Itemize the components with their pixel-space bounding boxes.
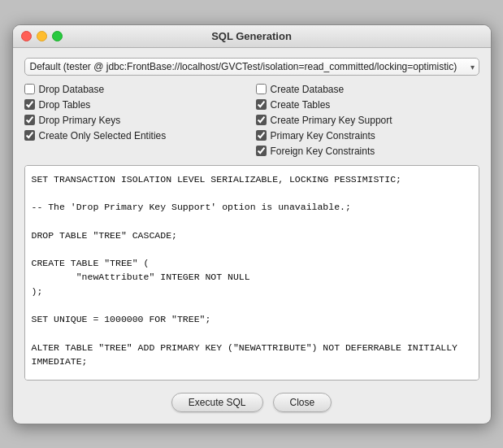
create-tables-label: Create Tables	[271, 99, 331, 111]
drop-database-label: Drop Database	[39, 84, 105, 95]
primary-key-constraints-checkbox[interactable]	[256, 130, 267, 141]
close-window-button[interactable]	[21, 31, 32, 41]
drop-database-row: Drop Database	[24, 84, 248, 95]
button-row: Execute SQL Close	[24, 393, 479, 412]
window-content: Default (tester @ jdbc:FrontBase://local…	[13, 48, 491, 424]
execute-sql-button[interactable]: Execute SQL	[171, 393, 263, 412]
drop-tables-row: Drop Tables	[24, 99, 248, 111]
drop-database-checkbox[interactable]	[24, 84, 35, 94]
options-grid: Drop Database Drop Tables Drop Primary K…	[24, 84, 479, 157]
right-options-column: Create Database Create Tables Create Pri…	[256, 84, 479, 157]
foreign-key-constraints-row: Foreign Key Constraints	[256, 146, 479, 157]
drop-primary-keys-row: Drop Primary Keys	[24, 115, 248, 126]
drop-primary-keys-checkbox[interactable]	[24, 115, 35, 125]
drop-tables-checkbox[interactable]	[24, 99, 35, 110]
drop-primary-keys-label: Drop Primary Keys	[39, 115, 121, 126]
create-only-selected-checkbox[interactable]	[24, 130, 35, 141]
create-primary-key-support-row: Create Primary Key Support	[256, 115, 479, 126]
create-primary-key-support-label: Create Primary Key Support	[271, 115, 392, 126]
close-button[interactable]: Close	[273, 393, 332, 412]
create-database-row: Create Database	[256, 84, 479, 95]
drop-tables-label: Drop Tables	[39, 99, 91, 111]
titlebar: SQL Generation	[13, 25, 491, 48]
primary-key-constraints-row: Primary Key Constraints	[256, 130, 479, 141]
connection-selector-wrapper: Default (tester @ jdbc:FrontBase://local…	[24, 58, 479, 76]
left-options-column: Drop Database Drop Tables Drop Primary K…	[24, 84, 248, 157]
maximize-window-button[interactable]	[52, 31, 63, 41]
create-database-label: Create Database	[271, 84, 345, 95]
create-tables-row: Create Tables	[256, 99, 479, 111]
connection-dropdown[interactable]: Default (tester @ jdbc:FrontBase://local…	[24, 58, 479, 76]
create-primary-key-support-checkbox[interactable]	[256, 115, 267, 125]
primary-key-constraints-label: Primary Key Constraints	[271, 130, 375, 141]
create-only-selected-row: Create Only Selected Entities	[24, 130, 248, 141]
foreign-key-constraints-label: Foreign Key Constraints	[271, 146, 375, 157]
foreign-key-constraints-checkbox[interactable]	[256, 146, 267, 156]
window-controls	[21, 31, 63, 41]
create-only-selected-label: Create Only Selected Entities	[39, 130, 167, 141]
create-database-checkbox[interactable]	[256, 84, 267, 94]
create-tables-checkbox[interactable]	[256, 99, 267, 110]
minimize-window-button[interactable]	[37, 31, 47, 41]
sql-generation-window: SQL Generation Default (tester @ jdbc:Fr…	[12, 24, 492, 424]
sql-output-area[interactable]	[24, 165, 479, 381]
window-title: SQL Generation	[211, 30, 292, 42]
